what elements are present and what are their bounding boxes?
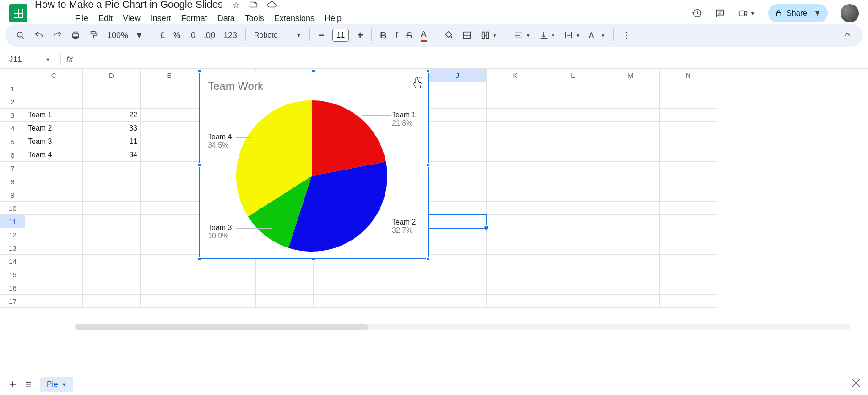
- cell-N13[interactable]: [660, 241, 717, 255]
- cell-E9[interactable]: [141, 188, 198, 202]
- cell-L16[interactable]: [544, 281, 602, 295]
- text-wrap-button[interactable]: ▼: [564, 30, 580, 40]
- document-title[interactable]: How to Make a Pie Chart in Google Slides: [35, 0, 223, 11]
- cell-D13[interactable]: [83, 241, 141, 255]
- cell-J7[interactable]: [429, 162, 487, 175]
- cell-C8[interactable]: [25, 175, 83, 188]
- cell-D15[interactable]: [83, 268, 141, 281]
- bold-button[interactable]: B: [380, 30, 386, 41]
- cell-N6[interactable]: [660, 148, 717, 162]
- fill-color-button[interactable]: [444, 30, 454, 40]
- row-header-1[interactable]: 1: [0, 82, 25, 95]
- meet-icon[interactable]: ▼: [738, 8, 755, 18]
- currency-button[interactable]: £: [160, 31, 165, 40]
- resize-handle-s[interactable]: [312, 257, 315, 261]
- row-header-10[interactable]: 10: [0, 202, 25, 215]
- cell-L13[interactable]: [544, 241, 602, 255]
- cell-F17[interactable]: [198, 295, 256, 308]
- row-header-4[interactable]: 4: [0, 122, 25, 135]
- cell-M2[interactable]: [602, 95, 660, 109]
- cell-J3[interactable]: [429, 109, 487, 122]
- text-color-button[interactable]: A: [421, 29, 427, 42]
- col-header-E[interactable]: E: [141, 69, 198, 82]
- paint-format-icon[interactable]: [89, 30, 99, 40]
- cell-N10[interactable]: [660, 202, 717, 215]
- horizontal-align-button[interactable]: ▼: [514, 30, 530, 40]
- cell-L9[interactable]: [544, 188, 602, 202]
- col-header-M[interactable]: M: [602, 69, 660, 82]
- cell-I16[interactable]: [371, 281, 429, 295]
- cell-J13[interactable]: [429, 241, 487, 255]
- col-header-K[interactable]: K: [487, 69, 544, 82]
- cell-N12[interactable]: [660, 228, 717, 241]
- print-icon[interactable]: [71, 30, 81, 40]
- cell-M6[interactable]: [602, 148, 660, 162]
- cell-M7[interactable]: [602, 162, 660, 175]
- cell-C4[interactable]: Team 2: [25, 122, 83, 135]
- cell-C1[interactable]: [25, 82, 83, 95]
- col-header-J[interactable]: J: [429, 69, 487, 82]
- cell-K13[interactable]: [487, 241, 544, 255]
- strikethrough-button[interactable]: S: [406, 30, 412, 41]
- cell-D4[interactable]: 33: [83, 122, 141, 135]
- cell-J9[interactable]: [429, 188, 487, 202]
- cell-J17[interactable]: [429, 295, 487, 308]
- cell-I15[interactable]: [371, 268, 429, 281]
- cell-D5[interactable]: 11: [83, 135, 141, 148]
- cell-K1[interactable]: [487, 82, 544, 95]
- resize-handle-w[interactable]: [197, 163, 201, 167]
- col-header-L[interactable]: L: [544, 69, 602, 82]
- cell-N2[interactable]: [660, 95, 717, 109]
- increase-font-size-button[interactable]: +: [357, 29, 363, 41]
- decrease-font-size-button[interactable]: −: [318, 29, 324, 41]
- cell-E4[interactable]: [141, 122, 198, 135]
- cell-L17[interactable]: [544, 295, 602, 308]
- cell-J6[interactable]: [429, 148, 487, 162]
- menu-format[interactable]: Format: [181, 14, 207, 23]
- row-header-14[interactable]: 14: [0, 255, 25, 268]
- cell-M16[interactable]: [602, 281, 660, 295]
- cell-N5[interactable]: [660, 135, 717, 148]
- redo-icon[interactable]: [52, 30, 62, 40]
- menu-file[interactable]: File: [75, 14, 88, 23]
- cell-L1[interactable]: [544, 82, 602, 95]
- cell-M13[interactable]: [602, 241, 660, 255]
- cell-N14[interactable]: [660, 255, 717, 268]
- cell-C5[interactable]: Team 3: [25, 135, 83, 148]
- cell-K3[interactable]: [487, 109, 544, 122]
- cell-C16[interactable]: [25, 281, 83, 295]
- cell-E14[interactable]: [141, 255, 198, 268]
- italic-button[interactable]: I: [395, 30, 398, 41]
- cell-L12[interactable]: [544, 228, 602, 241]
- cell-N16[interactable]: [660, 281, 717, 295]
- cell-L7[interactable]: [544, 162, 602, 175]
- cell-E5[interactable]: [141, 135, 198, 148]
- row-header-11[interactable]: 11: [0, 215, 25, 228]
- cell-N1[interactable]: [660, 82, 717, 95]
- zoom-select[interactable]: 100% ▼: [107, 31, 143, 40]
- cell-E8[interactable]: [141, 175, 198, 188]
- history-icon[interactable]: [692, 8, 702, 18]
- resize-handle-n[interactable]: [312, 69, 315, 73]
- cell-J10[interactable]: [429, 202, 487, 215]
- add-sheet-button[interactable]: +: [9, 377, 16, 391]
- cell-K8[interactable]: [487, 175, 544, 188]
- borders-button[interactable]: [462, 30, 472, 40]
- cell-I17[interactable]: [371, 295, 429, 308]
- name-box[interactable]: J11 ▼: [5, 55, 55, 64]
- cell-E16[interactable]: [141, 281, 198, 295]
- menu-help[interactable]: Help: [325, 14, 342, 23]
- row-header-9[interactable]: 9: [0, 188, 25, 202]
- row-header-3[interactable]: 3: [0, 109, 25, 122]
- horizontal-scrollbar[interactable]: [75, 324, 850, 330]
- cell-J8[interactable]: [429, 175, 487, 188]
- menu-tools[interactable]: Tools: [245, 14, 264, 23]
- vertical-align-button[interactable]: ▼: [539, 30, 555, 40]
- cell-C14[interactable]: [25, 255, 83, 268]
- cell-M4[interactable]: [602, 122, 660, 135]
- menu-edit[interactable]: Edit: [98, 14, 113, 23]
- cell-M11[interactable]: [602, 215, 660, 228]
- cell-C13[interactable]: [25, 241, 83, 255]
- resize-handle-nw[interactable]: [197, 69, 201, 73]
- share-caret-icon[interactable]: ▼: [814, 9, 821, 18]
